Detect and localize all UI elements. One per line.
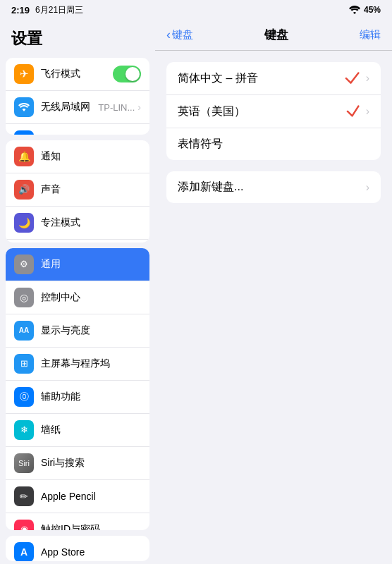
english-us-chevron-icon: › <box>366 105 369 118</box>
touchid-icon: ◉ <box>14 520 34 531</box>
siri-label: Siri与搜索 <box>41 457 141 470</box>
add-keyboard-item[interactable]: 添加新键盘... › <box>166 171 381 203</box>
sidebar-item-general[interactable]: ⚙ 通用 <box>6 248 149 281</box>
general-icon: ⚙ <box>14 255 34 274</box>
simplified-chinese-chevron-icon: › <box>366 72 369 85</box>
content-nav: ‹ 键盘 键盘 编辑 <box>155 20 392 51</box>
check-simplified-icon <box>345 70 366 86</box>
emoji-label: 表情符号 <box>178 137 369 152</box>
sidebar-item-wallpaper[interactable]: ❄ 墙纸 <box>6 414 149 447</box>
wallpaper-label: 墙纸 <box>41 424 141 436</box>
bluetooth-label: 蓝牙 <box>41 134 116 135</box>
sidebar-item-sound[interactable]: 🔊 声音 <box>6 173 149 207</box>
display-label: 显示与亮度 <box>41 324 141 337</box>
sidebar-item-notification[interactable]: 🔔 通知 <box>6 140 149 173</box>
sidebar-item-bluetooth[interactable]: B 蓝牙 打开 › <box>6 124 149 135</box>
nav-title: 键盘 <box>264 27 288 43</box>
sidebar-item-siri[interactable]: Siri Siri与搜索 <box>6 447 149 480</box>
sidebar-item-screentime[interactable]: ⏱ 屏幕使用时间 <box>6 240 149 243</box>
sidebar-item-airplane[interactable]: ✈ 飞行模式 <box>6 58 149 91</box>
status-time: 2:19 <box>11 5 30 16</box>
sound-label: 声音 <box>41 183 141 196</box>
sidebar-section-1: ✈ 飞行模式 无线局域网 TP-LIN... › B 蓝牙 <box>6 58 149 135</box>
status-icons: 45% <box>349 5 381 15</box>
airplane-icon: ✈ <box>14 64 34 84</box>
airplane-toggle[interactable] <box>113 66 141 82</box>
nav-edit-button[interactable]: 编辑 <box>360 28 381 42</box>
wifi-value: TP-LIN... <box>98 102 135 113</box>
back-chevron-icon: ‹ <box>166 27 171 42</box>
main-layout: 设置 ✈ 飞行模式 无线局域网 TP-LIN... › <box>0 20 392 564</box>
sidebar-section-4: A App Store <box>6 536 149 561</box>
appstore-label: App Store <box>41 546 141 558</box>
nav-back-label: 键盘 <box>172 28 193 42</box>
applepencil-label: Apple Pencil <box>41 491 141 502</box>
airplane-label: 飞行模式 <box>41 68 113 80</box>
keyboards-section: 简体中文 – 拼音 › 英语（美国） › 表情符号 <box>166 62 381 160</box>
display-icon: AA <box>14 321 34 341</box>
controlcenter-icon: ◎ <box>14 288 34 307</box>
wallpaper-icon: ❄ <box>14 420 34 440</box>
focus-icon: 🌙 <box>14 213 34 233</box>
sound-icon: 🔊 <box>14 180 34 200</box>
nav-back-button[interactable]: ‹ 键盘 <box>166 27 193 42</box>
content-area: ‹ 键盘 键盘 编辑 简体中文 – 拼音 › 英语（美国） <box>155 20 392 564</box>
simplified-chinese-label: 简体中文 – 拼音 <box>178 71 345 86</box>
sidebar-item-touchid[interactable]: ◉ 触控ID与密码 <box>6 513 149 531</box>
notification-label: 通知 <box>41 150 141 163</box>
content-body: 简体中文 – 拼音 › 英语（美国） › 表情符号 <box>155 51 392 564</box>
accessibility-label: 辅助功能 <box>41 391 141 403</box>
sidebar-item-wifi[interactable]: 无线局域网 TP-LIN... › <box>6 91 149 124</box>
add-keyboard-label: 添加新键盘... <box>178 180 366 195</box>
focus-label: 专注模式 <box>41 216 141 229</box>
wifi-label: 无线局域网 <box>41 101 98 114</box>
homescreen-label: 主屏幕与程序坞 <box>41 357 141 370</box>
status-bar: 2:19 6月21日周三 45% <box>0 0 392 20</box>
homescreen-icon: ⊞ <box>14 354 34 374</box>
keyboard-item-emoji[interactable]: 表情符号 <box>166 128 381 160</box>
sidebar-item-homescreen[interactable]: ⊞ 主屏幕与程序坞 <box>6 348 149 381</box>
notification-icon: 🔔 <box>14 147 34 166</box>
sidebar-section-3: ⚙ 通用 ◎ 控制中心 AA 显示与亮度 ⊞ 主屏幕与程序坞 ⓪ 辅助功能 ❄ … <box>6 248 149 531</box>
status-date: 6月21日周三 <box>35 4 83 16</box>
keyboard-item-simplified-chinese[interactable]: 简体中文 – 拼音 › <box>166 62 381 95</box>
check-english-icon <box>346 104 366 119</box>
controlcenter-label: 控制中心 <box>41 291 141 304</box>
sidebar-section-2: 🔔 通知 🔊 声音 🌙 专注模式 ⏱ 屏幕使用时间 <box>6 140 149 243</box>
wifi-icon <box>349 6 360 14</box>
touchid-label: 触控ID与密码 <box>41 523 141 531</box>
add-keyboard-chevron-icon: › <box>366 181 369 194</box>
siri-icon: Siri <box>14 453 34 473</box>
english-us-label: 英语（美国） <box>178 104 346 119</box>
appstore-icon: A <box>14 542 34 561</box>
wifi-chevron-icon: › <box>137 102 141 113</box>
applepencil-icon: ✏ <box>14 486 34 506</box>
sidebar-title: 设置 <box>0 20 155 55</box>
sidebar-item-applepencil[interactable]: ✏ Apple Pencil <box>6 480 149 513</box>
sidebar-item-display[interactable]: AA 显示与亮度 <box>6 314 149 348</box>
sidebar-item-focus[interactable]: 🌙 专注模式 <box>6 207 149 240</box>
accessibility-icon: ⓪ <box>14 387 34 407</box>
wifi-setting-icon <box>14 97 34 117</box>
sidebar: 设置 ✈ 飞行模式 无线局域网 TP-LIN... › <box>0 20 155 564</box>
keyboard-item-english-us[interactable]: 英语（美国） › <box>166 95 381 128</box>
bluetooth-icon: B <box>14 130 34 135</box>
battery-indicator: 45% <box>364 5 381 15</box>
sidebar-item-controlcenter[interactable]: ◎ 控制中心 <box>6 281 149 314</box>
add-keyboard-section: 添加新键盘... › <box>166 171 381 203</box>
sidebar-item-accessibility[interactable]: ⓪ 辅助功能 <box>6 381 149 414</box>
general-label: 通用 <box>41 258 141 271</box>
sidebar-item-appstore[interactable]: A App Store <box>6 536 149 561</box>
bluetooth-value: 打开 <box>116 134 135 135</box>
